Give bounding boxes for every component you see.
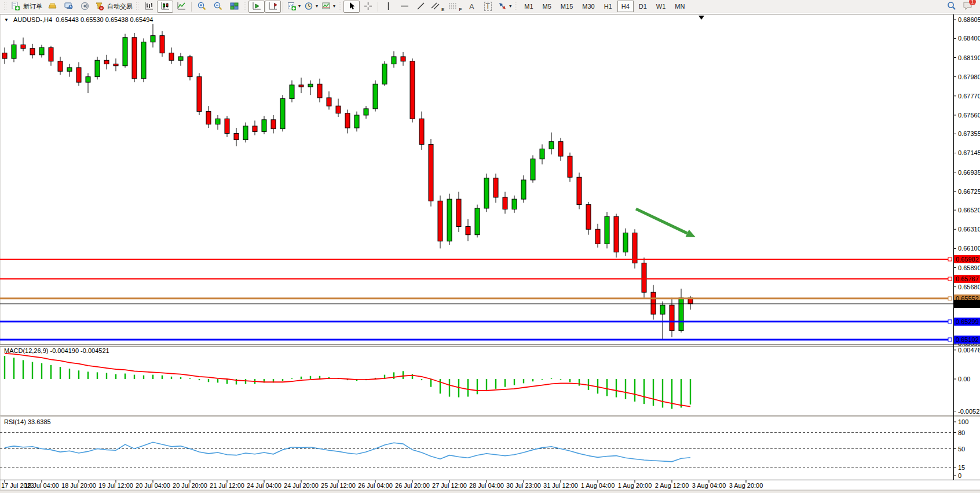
indicators-button[interactable]: ▾	[285, 1, 302, 13]
svg-text:0.67355: 0.67355	[958, 130, 980, 137]
collapse-triangle-icon[interactable]: ▼	[4, 17, 9, 23]
notification-badge: 1	[969, 0, 976, 5]
time-axis-ticks: 17 Jul 202318 Jul 04:0018 Jul 20:0019 Ju…	[1, 480, 763, 489]
svg-text:18 Jul 20:00: 18 Jul 20:00	[61, 482, 96, 489]
chat-balloon-icon	[962, 5, 973, 12]
timeframe-button-m15[interactable]: M15	[557, 1, 577, 12]
timeframe-button-h1[interactable]: H1	[600, 1, 616, 12]
timeframe-button-w1[interactable]: W1	[652, 1, 670, 12]
zoom-out-button[interactable]	[210, 1, 226, 13]
svg-text:0.65680: 0.65680	[958, 284, 980, 290]
timeframe-button-m1[interactable]: M1	[520, 1, 537, 12]
svg-text:26 Jul 20:00: 26 Jul 20:00	[395, 482, 430, 489]
toolbar-grip[interactable]	[339, 2, 342, 11]
periods-button[interactable]: ▾	[302, 1, 320, 13]
svg-text:0.67980: 0.67980	[958, 73, 980, 80]
svg-text:0.65299: 0.65299	[956, 318, 979, 325]
svg-text:28 Jul 04:00: 28 Jul 04:00	[469, 482, 504, 489]
zoom-in-icon	[197, 1, 207, 12]
svg-text:19 Jul 12:00: 19 Jul 12:00	[98, 482, 133, 489]
timeframe-button-m5[interactable]: M5	[539, 1, 555, 12]
chart-symbol-period: AUDUSD-,H4	[13, 16, 52, 23]
svg-text:0.65982: 0.65982	[956, 256, 979, 263]
horizontal-line-button[interactable]	[396, 1, 412, 13]
svg-text:25 Jul 12:00: 25 Jul 12:00	[321, 482, 356, 489]
arrows-tool-button[interactable]: ▾	[496, 1, 513, 13]
line-handle	[948, 277, 952, 281]
svg-text:0.65767: 0.65767	[956, 275, 979, 282]
trendline-icon	[416, 1, 426, 12]
toolbar-grip[interactable]	[244, 2, 247, 11]
notifications-button[interactable]: 1	[962, 1, 973, 12]
current-price-text: 0.65494	[956, 300, 979, 307]
svg-text:50: 50	[958, 446, 965, 452]
chart-canvas[interactable]: 0.686050.684000.681900.679800.677700.675…	[0, 13, 980, 493]
candlestick-chart-button[interactable]	[157, 1, 173, 13]
zoom-in-button[interactable]	[193, 1, 210, 13]
toolbar-grip[interactable]	[136, 2, 139, 11]
svg-text:0.68190: 0.68190	[958, 54, 980, 61]
fibonacci-button[interactable]: F	[446, 1, 463, 13]
macd-rsi-separator	[0, 415, 980, 417]
chevron-down-icon: ▾	[316, 4, 318, 9]
monitor-user-icon	[64, 1, 74, 12]
svg-text:-0.005276: -0.005276	[958, 408, 980, 415]
vertical-line-button[interactable]	[380, 1, 396, 13]
svg-text:0.66935: 0.66935	[958, 169, 980, 176]
svg-text:0.004765: 0.004765	[958, 347, 980, 354]
timeframe-button-mn[interactable]: MN	[671, 1, 689, 12]
chevron-down-icon: ▾	[509, 4, 511, 9]
svg-text:26 Jul 04:00: 26 Jul 04:00	[358, 482, 393, 489]
svg-text:30 Jul 23:00: 30 Jul 23:00	[506, 482, 541, 489]
line-chart-icon	[177, 1, 187, 12]
crosshair-button[interactable]	[360, 1, 376, 13]
text-button[interactable]: A	[463, 1, 480, 13]
svg-text:0.00: 0.00	[958, 376, 970, 382]
broadcast-icon	[80, 1, 90, 12]
news-button[interactable]	[76, 1, 93, 13]
svg-text:0.68605: 0.68605	[958, 16, 980, 23]
new-order-button[interactable]: 新订单	[9, 1, 44, 13]
line-handle	[948, 297, 952, 300]
line-handle	[948, 320, 952, 323]
arrows-icon	[498, 1, 507, 12]
svg-text:21 Jul 12:00: 21 Jul 12:00	[210, 482, 244, 489]
auto-trading-button[interactable]: 自动交易	[93, 1, 134, 13]
timeframe-button-d1[interactable]: D1	[635, 1, 651, 12]
svg-text:0.67145: 0.67145	[958, 149, 980, 156]
timeframe-button-m30[interactable]: M30	[578, 1, 598, 12]
timeframe-bar: M1M5M15M30H1H4D1W1MN	[520, 1, 689, 12]
timeframe-button-h4[interactable]: H4	[617, 1, 634, 12]
auto-scroll-icon	[252, 1, 262, 12]
bar-chart-button[interactable]	[141, 1, 157, 13]
chart-shift-button[interactable]	[265, 1, 281, 13]
market-watch-button[interactable]	[44, 1, 60, 13]
gold-ingot-icon	[47, 1, 57, 12]
template-icon	[321, 1, 331, 12]
svg-text:0.65102: 0.65102	[956, 336, 979, 343]
toolbar-grip[interactable]	[515, 2, 518, 11]
channel-button[interactable]: E	[429, 1, 446, 13]
auto-trading-label: 自动交易	[107, 2, 133, 11]
toolbar-grip[interactable]	[4, 2, 7, 11]
tile-windows-button[interactable]	[226, 1, 242, 13]
trendline-button[interactable]	[412, 1, 429, 13]
line-chart-button[interactable]	[173, 1, 189, 13]
rsi-indicator-label: RSI(14) 33.6385	[4, 418, 51, 425]
terminal-button[interactable]	[60, 1, 76, 13]
search-button[interactable]	[944, 1, 960, 13]
templates-button[interactable]: ▾	[320, 1, 337, 13]
svg-text:2 Aug 12:00: 2 Aug 12:00	[655, 482, 689, 489]
text-label-button[interactable]: T	[480, 1, 496, 13]
svg-text:24 Jul 20:00: 24 Jul 20:00	[284, 482, 319, 489]
indicators-icon	[287, 1, 297, 12]
cursor-button[interactable]	[343, 1, 360, 13]
auto-scroll-button[interactable]	[248, 1, 265, 13]
horizontal-line-icon	[400, 1, 409, 12]
clock-icon	[304, 1, 314, 12]
chart-ohlc-values: 0.65443 0.65530 0.65438 0.65494	[56, 16, 153, 23]
chevron-down-icon: ▾	[298, 4, 301, 9]
label-tool-label: T	[484, 2, 492, 11]
svg-text:0: 0	[958, 472, 961, 479]
svg-text:27 Jul 12:00: 27 Jul 12:00	[432, 482, 467, 489]
